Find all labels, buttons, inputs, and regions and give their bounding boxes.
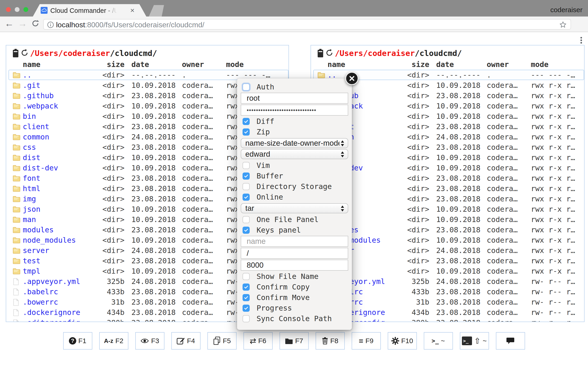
prefix-field[interactable] bbox=[241, 248, 348, 259]
file-row[interactable]: modules<dir>23.08.2018coderaiserrwx r-x … bbox=[313, 225, 584, 235]
info-icon[interactable] bbox=[47, 21, 54, 29]
file-name-link[interactable]: .editorconfig bbox=[23, 318, 80, 322]
keys-panel-checkbox[interactable] bbox=[242, 227, 250, 234]
path-users-link[interactable]: /Users/ bbox=[335, 49, 368, 58]
refresh-icon[interactable] bbox=[20, 49, 28, 58]
window-minimize-button[interactable] bbox=[15, 7, 19, 12]
file-row[interactable]: bin<dir>10.09.2018coderaiserrwx r-x r-x bbox=[313, 111, 584, 121]
browser-menu-icon[interactable] bbox=[580, 36, 582, 45]
file-name-link[interactable]: client bbox=[23, 122, 49, 131]
file-name-link[interactable]: dist bbox=[23, 153, 40, 162]
clipboard-icon[interactable] bbox=[12, 49, 19, 58]
terminal-button[interactable]: >_⇧~ bbox=[460, 332, 489, 350]
buffer-checkbox[interactable] bbox=[242, 173, 250, 180]
online-checkbox[interactable] bbox=[242, 194, 250, 201]
file-name-link[interactable]: .bowerrc bbox=[23, 298, 58, 307]
url-text[interactable]: localhost:8000/fs/Users/coderaiser/cloud… bbox=[56, 21, 204, 29]
console-button[interactable]: >_~ bbox=[424, 332, 453, 350]
username-field[interactable] bbox=[241, 93, 348, 104]
help-f1-button[interactable]: ?F1 bbox=[63, 332, 92, 350]
file-name-link[interactable]: json bbox=[23, 205, 40, 214]
file-row[interactable]: common<dir>24.08.2018coderaiserrwx r-x r… bbox=[313, 132, 584, 142]
config-f10-button[interactable]: F10 bbox=[388, 332, 417, 350]
file-name-link[interactable]: bin bbox=[23, 112, 36, 121]
file-name-link[interactable]: .appveyor.yml bbox=[23, 277, 80, 286]
file-row[interactable]: json<dir>10.09.2018coderaiserrwx r-x r-x bbox=[313, 204, 584, 214]
file-row[interactable]: .github<dir>23.08.2018coderaiserrwx r-x … bbox=[313, 90, 584, 101]
file-name-link[interactable]: html bbox=[23, 184, 40, 193]
file-row[interactable]: node_modules<dir>10.09.2018coderaiserrwx… bbox=[313, 235, 584, 245]
reload-icon[interactable] bbox=[31, 19, 40, 30]
file-row[interactable]: client<dir>23.08.2018coderaiserrwx r-x r… bbox=[313, 121, 584, 132]
file-row[interactable]: test<dir>23.08.2018coderaiserrwx r-x r-x bbox=[313, 256, 584, 266]
file-row[interactable]: server<dir>24.08.2018coderaiserrwx r-x r… bbox=[313, 245, 584, 256]
directory-storage-checkbox[interactable] bbox=[242, 183, 250, 190]
refresh-icon[interactable] bbox=[325, 49, 333, 58]
column-header-owner[interactable]: owner bbox=[176, 60, 217, 69]
file-row[interactable]: man<dir>10.09.2018coderaiserrwx r-x r-x bbox=[313, 214, 584, 225]
password-field[interactable] bbox=[241, 105, 348, 116]
bookmark-star-icon[interactable] bbox=[559, 21, 567, 30]
one-file-panel-checkbox[interactable] bbox=[242, 216, 250, 223]
file-row[interactable]: .bowerrc31b23.08.2018coderaiserrw- r-- r… bbox=[313, 297, 584, 307]
file-name-link[interactable]: test bbox=[23, 257, 40, 265]
column-header-owner[interactable]: owner bbox=[481, 60, 522, 69]
file-row[interactable]: .dockerignore434b23.08.2018coderaiserrw-… bbox=[313, 307, 584, 317]
path-home-link[interactable]: coderaiser bbox=[63, 49, 110, 58]
file-row[interactable]: .babelrc433b23.08.2018coderaiserrw- r-- … bbox=[313, 286, 584, 297]
file-name-link[interactable]: .. bbox=[328, 71, 337, 79]
file-row[interactable]: dist<dir>10.09.2018coderaiserrwx r-x r-x bbox=[313, 152, 584, 163]
file-name-link[interactable]: tmpl bbox=[23, 267, 40, 275]
file-name-link[interactable]: dist-dev bbox=[23, 164, 58, 172]
menu-f9-button[interactable]: ≡F9 bbox=[352, 332, 381, 350]
diff-checkbox[interactable] bbox=[242, 118, 250, 125]
move-f6-button[interactable]: ⇄F6 bbox=[243, 332, 273, 350]
file-row[interactable]: .appveyor.yml325b24.08.2018coderaiserrw-… bbox=[313, 276, 584, 286]
file-row[interactable]: .editorconfig380b23.08.2018coderaiserrw-… bbox=[313, 317, 584, 322]
confirm-move-checkbox[interactable] bbox=[242, 294, 250, 301]
clipboard-icon[interactable] bbox=[317, 49, 324, 58]
column-header-name[interactable]: name bbox=[9, 60, 102, 69]
back-icon[interactable]: ← bbox=[5, 18, 14, 29]
copy-f5-button[interactable]: F5 bbox=[208, 332, 237, 350]
path-users-link[interactable]: /Users/ bbox=[30, 49, 63, 58]
chat-button[interactable] bbox=[496, 332, 525, 350]
column-header-size[interactable]: size bbox=[102, 60, 124, 69]
file-name-link[interactable]: common bbox=[23, 133, 49, 141]
address-bar[interactable]: localhost:8000/fs/Users/coderaiser/cloud… bbox=[43, 19, 571, 30]
zip-checkbox[interactable] bbox=[242, 128, 250, 135]
view-f3-button[interactable]: F3 bbox=[135, 332, 164, 350]
packer-select[interactable]: tar bbox=[241, 203, 348, 213]
file-name-link[interactable]: css bbox=[23, 143, 36, 152]
vim-checkbox[interactable] bbox=[242, 162, 250, 169]
delete-f8-button[interactable]: F8 bbox=[316, 332, 345, 350]
file-name-link[interactable]: font bbox=[23, 174, 40, 183]
columns-select[interactable]: name-size-date-owner-mode bbox=[241, 138, 348, 148]
window-zoom-button[interactable] bbox=[23, 7, 28, 12]
edit-f4-button[interactable]: F4 bbox=[171, 332, 200, 350]
show-file-name-checkbox[interactable] bbox=[242, 273, 250, 280]
file-row[interactable]: font<dir>23.08.2018coderaiserrwx r-x r-x bbox=[313, 173, 584, 183]
tab-close-icon[interactable]: × bbox=[130, 6, 135, 15]
file-name-link[interactable]: node_modules bbox=[23, 236, 76, 244]
file-name-link[interactable]: .dockerignore bbox=[23, 308, 80, 317]
auth-checkbox[interactable] bbox=[242, 83, 250, 91]
sync-console-path-checkbox[interactable] bbox=[242, 315, 250, 322]
confirm-copy-checkbox[interactable] bbox=[242, 284, 250, 291]
file-name-link[interactable]: img bbox=[23, 194, 36, 203]
window-close-button[interactable] bbox=[6, 7, 11, 12]
file-name-link[interactable]: .. bbox=[23, 71, 32, 79]
file-row[interactable]: tmpl<dir>10.09.2018coderaiserrwx r-x r-x bbox=[313, 266, 584, 276]
file-row[interactable]: dist-dev<dir>10.09.2018coderaiserrwx r-x… bbox=[313, 163, 584, 173]
file-name-link[interactable]: modules bbox=[23, 225, 54, 234]
name-field[interactable] bbox=[241, 236, 348, 247]
column-header-name[interactable]: name bbox=[313, 60, 407, 69]
close-icon[interactable] bbox=[345, 72, 359, 85]
file-row[interactable]: css<dir>23.08.2018coderaiserrwx r-x r-x bbox=[313, 142, 584, 152]
file-name-link[interactable]: .babelrc bbox=[23, 287, 58, 296]
column-header-mode[interactable]: mode bbox=[217, 60, 273, 69]
editor-select[interactable]: edward bbox=[241, 149, 348, 159]
browser-tab[interactable]: Cloud Commander - /Users/co × bbox=[33, 4, 146, 17]
progress-checkbox[interactable] bbox=[242, 305, 250, 312]
port-field[interactable] bbox=[241, 260, 348, 271]
